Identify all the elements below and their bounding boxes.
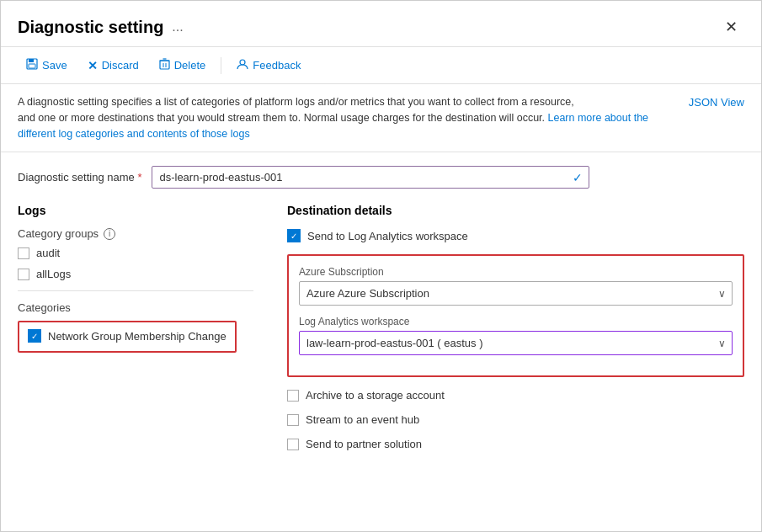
archive-storage-checkbox[interactable]	[287, 390, 299, 402]
save-button[interactable]: Save	[18, 54, 76, 77]
category-groups-info-icon[interactable]: i	[104, 228, 115, 240]
feedback-button[interactable]: Feedback	[228, 54, 309, 77]
audit-checkbox-row: audit	[18, 247, 253, 259]
diag-name-input-wrap: ✓	[152, 166, 589, 189]
svg-rect-1	[29, 59, 34, 62]
archive-storage-row: Archive to a storage account	[287, 389, 744, 402]
svg-rect-3	[160, 61, 169, 69]
json-view-link[interactable]: JSON View	[689, 94, 744, 111]
discard-label: Discard	[102, 59, 139, 72]
diagnostic-setting-dialog: Diagnostic setting ... ✕ Save ✕ Discard	[0, 0, 762, 532]
valid-checkmark: ✓	[573, 171, 583, 184]
destination-title: Destination details	[287, 204, 744, 217]
toolbar: Save ✕ Discard Delete	[1, 47, 761, 84]
archive-storage-label: Archive to a storage account	[306, 389, 445, 402]
main-columns: Logs Category groups i audit allLogs	[18, 204, 744, 518]
title-bar: Diagnostic setting ... ✕	[1, 1, 761, 47]
stream-event-hub-label: Stream to an event hub	[306, 413, 419, 426]
category-groups-label: Category groups i	[18, 227, 253, 240]
diag-name-label: Diagnostic setting name *	[18, 171, 141, 184]
close-button[interactable]: ✕	[718, 14, 744, 40]
content-area: Diagnostic setting name * ✓ Logs Categor…	[1, 152, 761, 531]
logs-title: Logs	[18, 204, 253, 217]
partner-solution-checkbox[interactable]	[287, 439, 299, 450]
azure-subscription-box: Azure Subscription Azure Azure Subscript…	[287, 254, 744, 377]
log-analytics-label: Send to Log Analytics workspace	[307, 230, 468, 242]
alllogs-checkbox[interactable]	[18, 269, 29, 280]
azure-sub-label: Azure Subscription	[299, 266, 733, 278]
diag-name-input[interactable]	[152, 166, 589, 189]
discard-icon: ✕	[88, 59, 98, 72]
log-analytics-checkbox[interactable]: ✓	[287, 229, 301, 242]
audit-label: audit	[36, 247, 60, 259]
delete-label: Delete	[174, 59, 206, 72]
network-group-row: ✓ Network Group Membership Change	[28, 329, 226, 344]
discard-button[interactable]: ✕ Discard	[79, 55, 147, 77]
azure-sub-field: Azure Subscription Azure Azure Subscript…	[299, 266, 733, 306]
partner-solution-label: Send to partner solution	[306, 438, 422, 450]
info-text-line1: A diagnostic setting specifies a list of…	[18, 96, 574, 108]
categories-section: Categories ✓ Network Group Membership Ch…	[18, 301, 253, 353]
network-group-label: Network Group Membership Change	[48, 329, 226, 344]
stream-event-hub-checkbox[interactable]	[287, 414, 299, 426]
alllogs-checkbox-row: allLogs	[18, 268, 253, 280]
destination-section: Destination details ✓ Send to Log Analyt…	[287, 204, 744, 518]
info-text-line2: and one or more destinations that you wo…	[18, 112, 545, 124]
log-analytics-workspace-select-wrap: law-learn-prod-eastus-001 ( eastus ) ∨	[299, 331, 733, 355]
svg-rect-2	[29, 64, 35, 68]
info-text: A diagnostic setting specifies a list of…	[18, 94, 680, 141]
logs-section: Logs Category groups i audit allLogs	[18, 204, 253, 518]
categories-label: Categories	[18, 301, 253, 314]
alllogs-label: allLogs	[36, 268, 71, 280]
info-bar: A diagnostic setting specifies a list of…	[1, 84, 761, 152]
stream-event-hub-row: Stream to an event hub	[287, 413, 744, 426]
save-label: Save	[42, 59, 67, 72]
toolbar-separator	[221, 57, 221, 74]
title-left: Diagnostic setting ...	[18, 18, 184, 37]
log-analytics-workspace-select[interactable]: law-learn-prod-eastus-001 ( eastus )	[299, 331, 733, 355]
dialog-title: Diagnostic setting	[18, 18, 163, 37]
required-star: *	[137, 171, 141, 184]
partner-solution-row: Send to partner solution	[287, 438, 744, 450]
log-analytics-checkbox-row: ✓ Send to Log Analytics workspace	[287, 229, 744, 242]
network-group-checkbox[interactable]: ✓	[28, 329, 41, 343]
feedback-icon	[237, 58, 248, 72]
delete-button[interactable]: Delete	[151, 54, 215, 77]
save-icon	[26, 58, 38, 72]
network-group-category-box: ✓ Network Group Membership Change	[18, 321, 237, 353]
diag-name-row: Diagnostic setting name * ✓	[18, 166, 744, 189]
feedback-label: Feedback	[253, 59, 301, 72]
title-ellipsis[interactable]: ...	[172, 19, 183, 35]
logs-divider	[18, 290, 253, 291]
audit-checkbox[interactable]	[18, 247, 29, 259]
log-analytics-workspace-label: Log Analytics workspace	[299, 316, 733, 327]
log-analytics-workspace-field: Log Analytics workspace law-learn-prod-e…	[299, 316, 733, 355]
azure-sub-select[interactable]: Azure Azure Subscription	[299, 281, 733, 306]
azure-sub-select-wrap: Azure Azure Subscription ∨	[299, 281, 733, 306]
delete-icon	[159, 58, 170, 72]
svg-point-8	[240, 60, 245, 65]
